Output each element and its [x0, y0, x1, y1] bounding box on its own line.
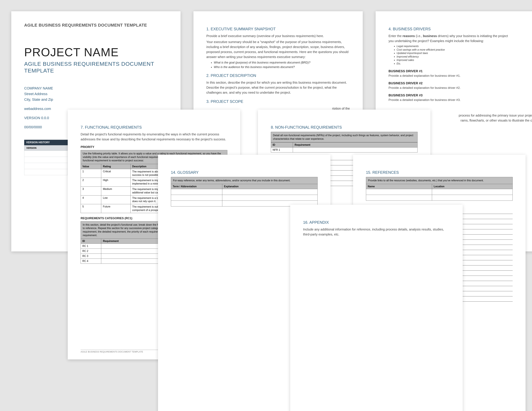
table-row — [171, 195, 318, 200]
instruction-box: For easy reference, enter any terms, abb… — [171, 177, 318, 184]
doc-type-label: AGILE BUSINESS REQUIREMENTS DOCUMENT TEM… — [24, 23, 168, 28]
th-name: Name — [366, 184, 432, 189]
section-heading: 8. NON-FUNCTIONAL REQUIREMENTS — [271, 125, 418, 130]
table-row: NFR 1 — [271, 148, 418, 152]
glossary-table: Term / AbbreviationExplanation — [171, 184, 318, 206]
body-text: Enter the reasons (i.e., business driver… — [389, 34, 532, 38]
th-value: Value — [81, 164, 101, 169]
city-state-zip: City, State and Zip — [24, 97, 168, 102]
list-item: Improved efficiency — [397, 55, 532, 58]
list-item: Cost savings with a more efficient pract… — [397, 48, 532, 52]
section-heading: 3. PROJECT SCOPE — [206, 99, 350, 104]
driver-heading: BUSINESS DRIVER #2 — [389, 81, 532, 85]
section-heading: 7. FUNCTIONAL REQUIREMENTS — [81, 125, 227, 130]
table-row — [366, 195, 513, 200]
project-title: PROJECT NAME — [24, 46, 168, 59]
section-heading: 15. REFERENCES — [366, 170, 513, 175]
driver-heading: BUSINESS DRIVER #1 — [389, 69, 532, 73]
section-heading: 1. EXECUTIVE SUMMARY SNAPSHOT — [206, 27, 350, 31]
body-text: In this section, describe the project fo… — [206, 80, 350, 95]
th-requirement: Requirement — [293, 142, 418, 148]
body-text: Your executive summary should be a "snap… — [206, 39, 350, 59]
list-item: Legal requirements — [397, 45, 532, 48]
driver-text: Provide a detailed explanation for busin… — [389, 74, 532, 77]
bullet-list: What is the goal (purpose) of this busin… — [214, 60, 350, 69]
driver-text: Provide a detailed explanation for busin… — [389, 98, 532, 102]
th-version: VERSION — [24, 145, 67, 150]
instruction-box: Provide links to all the resources (webs… — [366, 177, 513, 184]
section-heading: 16. APPENDIX — [303, 220, 450, 225]
list-item: Updated import/export laws — [397, 51, 532, 55]
nfr-table: IDRequirement NFR 1 — [271, 142, 418, 152]
doc-subtitle: AGILE BUSINESS REQUIREMENTS DOCUMENT TEM… — [24, 60, 168, 74]
street-address: Street Address — [24, 91, 168, 97]
table-row — [171, 189, 318, 195]
table-row — [366, 189, 513, 195]
section-heading: 14. GLOSSARY — [171, 170, 318, 175]
instruction-box: Detail all non-functional requirements (… — [271, 132, 418, 142]
body-text: Detail the project's functional requirem… — [81, 132, 227, 142]
body-text: you undertaking the project? Examples mi… — [389, 38, 532, 44]
subsection-heading: PRIORITY — [81, 145, 227, 149]
list-item: What is the goal (purpose) of this busin… — [214, 60, 350, 65]
th-explanation: Explanation — [222, 184, 318, 189]
list-item: Etc. — [397, 62, 532, 65]
th-rating: Rating — [101, 164, 131, 169]
list-item: Improved sales — [397, 58, 532, 62]
th-term: Term / Abbreviation — [171, 184, 222, 189]
section-heading: 4. BUSINESS DRIVERS — [389, 27, 532, 31]
list-item: Who is the audience for this business re… — [214, 65, 350, 69]
examples-list: Legal requirements Cost savings with a m… — [397, 45, 532, 65]
section-heading: 2. PROJECT DESCRIPTION — [206, 73, 350, 78]
th-location: Location — [432, 184, 513, 189]
th-id: ID — [81, 239, 101, 244]
page-appendix: 16. APPENDIX Include any additional info… — [290, 205, 463, 411]
driver-heading: BUSINESS DRIVER #3 — [389, 93, 532, 97]
references-table: NameLocation — [366, 184, 513, 201]
th-id: ID — [271, 142, 293, 148]
body-text: Provide a brief executive summary (overv… — [206, 34, 350, 38]
company-name: COMPANY NAME — [24, 85, 168, 91]
driver-text: Provide a detailed explanation for busin… — [389, 86, 532, 90]
body-text: Include any additional information for r… — [303, 227, 450, 237]
